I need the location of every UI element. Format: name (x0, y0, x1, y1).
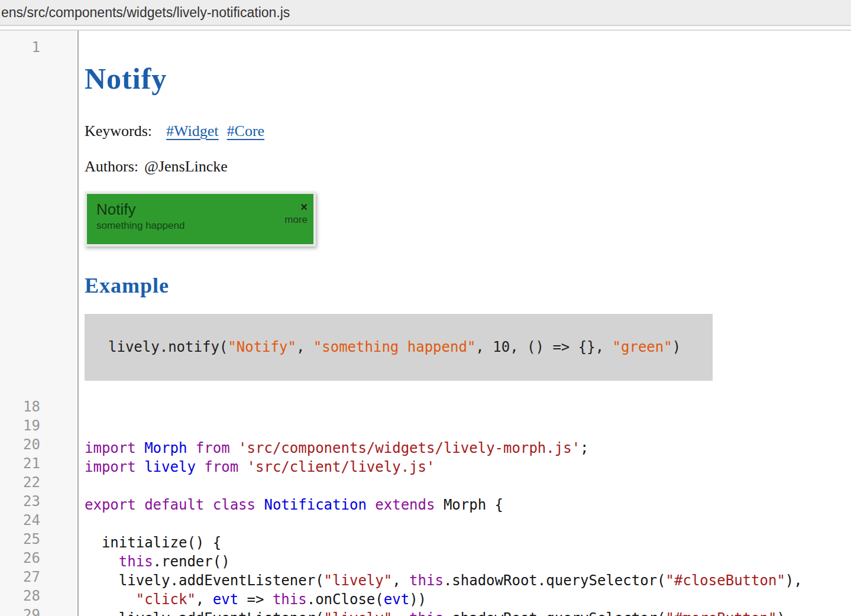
code-token: export (85, 497, 136, 513)
code-token: this (119, 553, 153, 570)
code-token: .shadowRoot.querySelector( (444, 572, 666, 589)
code-token: , (296, 339, 313, 355)
code-token: initialize() { (85, 534, 221, 551)
line-number: 23 (0, 492, 77, 511)
code-token (136, 497, 144, 513)
code-editor[interactable]: 1181920212223242526272829 Notify Keyword… (0, 31, 851, 616)
keyword-link[interactable]: #Widget (166, 122, 219, 140)
code-token (238, 459, 247, 475)
code-line[interactable] (85, 38, 851, 57)
code-token: import (85, 440, 136, 456)
line-number: 28 (0, 586, 77, 605)
line-number: 21 (0, 454, 77, 473)
code-token: ), (785, 572, 803, 589)
code-token: , 10, () => {}, (475, 339, 612, 355)
code-token: 'src/components/widgets/lively-morph.js' (238, 440, 580, 456)
code-token: 'src/client/lively.js' (247, 459, 435, 475)
line-number: 29 (0, 605, 77, 616)
code-token: "Notify" (228, 339, 296, 355)
line-number: 19 (0, 416, 77, 435)
line-number: 27 (0, 568, 77, 586)
code-token: , (196, 591, 213, 608)
code-token: "green" (613, 339, 672, 355)
authors-label: Authors: (85, 158, 138, 175)
code-token: ) (776, 610, 785, 616)
line-number: 20 (0, 435, 77, 454)
markdown-preview: Notify Keywords:#Widget#Core Authors:@Je… (85, 60, 851, 401)
code-token: lively.addEventListener( (85, 610, 324, 616)
code-token (204, 497, 212, 513)
code-token: "#moreButton" (666, 610, 777, 616)
code-token: "something happend" (313, 339, 476, 355)
topbar-divider (0, 26, 851, 31)
notification-widget: Notify something happend × more (85, 192, 316, 247)
code-token: "click" (136, 591, 196, 608)
authors-line: Authors:@JensLincke (85, 155, 851, 179)
example-heading: Example (85, 273, 851, 299)
code-token: "lively" (324, 572, 393, 589)
editor-gutter: 1181920212223242526272829 (0, 31, 79, 616)
code-token (367, 497, 375, 513)
line-number: 22 (0, 473, 77, 492)
code-line[interactable]: lively.addEventListener("lively", this.s… (85, 571, 851, 590)
keywords-line: Keywords:#Widget#Core (85, 119, 851, 143)
keywords-label: Keywords: (85, 122, 152, 140)
gutter-spacer (0, 57, 77, 397)
code-token: Morph (144, 440, 187, 456)
code-token: lively.notify( (108, 339, 228, 355)
code-line[interactable] (85, 514, 851, 533)
code-token: "#closeButton" (666, 572, 785, 589)
code-token (196, 459, 204, 475)
doc-title: Notify (85, 60, 851, 97)
line-number: 25 (0, 530, 77, 549)
code-line[interactable]: import Morph from 'src/components/widget… (85, 439, 851, 458)
code-line[interactable]: lively.addEventListener("lively", this.s… (85, 609, 851, 616)
code-rows: import Morph from 'src/components/widget… (85, 401, 851, 616)
code-token: , (392, 572, 409, 589)
code-token: from (196, 440, 230, 456)
editor-content[interactable]: Notify Keywords:#Widget#Core Authors:@Je… (79, 31, 851, 616)
authors-value: @JensLincke (144, 158, 228, 175)
code-token: from (204, 459, 238, 475)
code-line[interactable] (85, 420, 851, 439)
code-token (85, 591, 136, 608)
example-code-block: lively.notify("Notify", "something happe… (85, 314, 713, 381)
keyword-link[interactable]: #Core (227, 122, 265, 140)
code-token: "lively" (324, 610, 393, 616)
code-line[interactable] (85, 401, 851, 420)
line-number: 26 (0, 549, 77, 568)
code-line[interactable]: "click", evt => this.onClose(evt)) (85, 590, 851, 609)
code-token (255, 497, 264, 513)
line-number: 18 (0, 397, 77, 416)
line-number: 24 (0, 511, 77, 530)
code-token: .render() (153, 553, 230, 570)
topbar: ens/src/components/widgets/lively-notifi… (0, 0, 851, 26)
code-line[interactable]: import lively from 'src/client/lively.js… (85, 458, 851, 476)
code-token: evt (384, 591, 409, 608)
more-button[interactable]: more (284, 214, 308, 226)
code-line[interactable]: this.render() (85, 552, 851, 571)
code-token: , (392, 610, 409, 616)
code-token: this (409, 572, 444, 589)
code-token: evt (213, 591, 238, 608)
code-token: default (144, 497, 204, 513)
code-token: Notification (264, 497, 366, 513)
code-token: ; (580, 440, 588, 456)
code-token (136, 459, 144, 475)
code-line[interactable] (85, 476, 851, 495)
code-line[interactable]: export default class Notification extend… (85, 495, 851, 514)
code-token (187, 440, 195, 456)
code-line[interactable]: initialize() { (85, 533, 851, 552)
code-token: this (409, 610, 444, 616)
close-icon[interactable]: × (284, 201, 308, 213)
code-token (136, 440, 144, 456)
code-token: import (85, 459, 136, 475)
code-token: => (238, 591, 273, 608)
keyword-links: #Widget#Core (158, 122, 264, 140)
line-number: 1 (0, 38, 77, 57)
code-token: ) (672, 339, 681, 355)
code-token (85, 553, 119, 570)
code-token: lively.addEventListener( (85, 572, 324, 589)
notification-actions: × more (284, 201, 308, 238)
file-path: ens/src/components/widgets/lively-notifi… (1, 5, 290, 21)
